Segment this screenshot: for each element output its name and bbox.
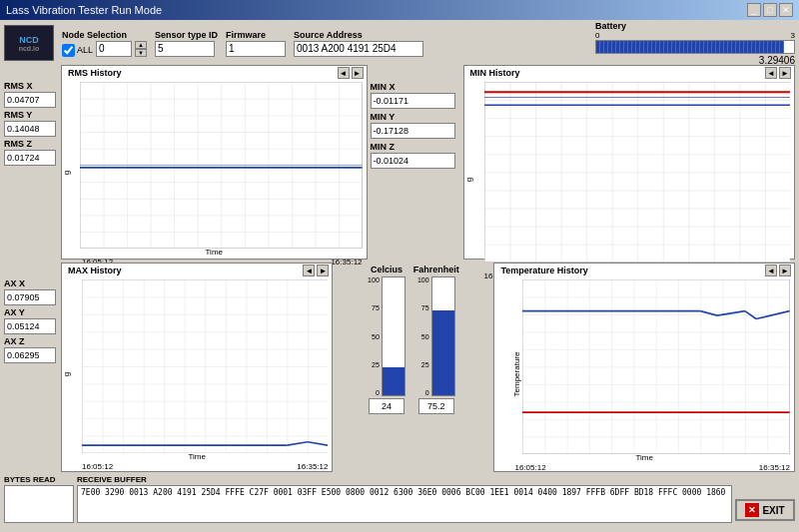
max-sidebar: AX X 0.07905 AX Y 0.05124 AX Z 0.06295 <box>4 263 59 472</box>
min-chart-area: 0 -2 -4 -8 -14 -18 g 16:05:12 16:35:12 T… <box>464 80 794 280</box>
max-z-value: 0.06295 <box>4 347 56 363</box>
window-title: Lass Vibration Tester Run Mode <box>6 4 162 16</box>
bottom-bar: BYTES READ RECEIVE BUFFER 7E00 3290 0013… <box>4 475 795 523</box>
bytes-read-section: BYTES READ <box>4 475 74 523</box>
exit-button-wrapper: ✕ EXIT <box>735 475 795 523</box>
temp-scroll-left[interactable]: ◄ <box>765 265 777 276</box>
spinner-up[interactable]: ▲ <box>135 41 147 49</box>
min-chart-svg: 0 -2 -4 -8 -14 -18 <box>484 82 790 263</box>
max-y-value: 0.05124 <box>4 318 56 334</box>
source-address-label: Source Address <box>294 30 423 40</box>
all-label: ALL <box>77 45 93 55</box>
rms-area: RMS X 0.04707 RMS Y 0.14048 RMS Z 0.0172… <box>4 65 368 260</box>
fahrenheit-thermometer <box>431 276 455 396</box>
bytes-read-display <box>4 485 74 523</box>
rms-x-value: 0.04707 <box>4 92 56 108</box>
firmware-group: Firmware <box>226 30 286 57</box>
battery-scale-right: 3 <box>791 31 795 40</box>
max-time-end: 16:35:12 <box>297 462 328 471</box>
rms-chart-area: 16 5 0 -5 -16 g 16:05:12 16:35:12 Time <box>62 80 367 266</box>
min-scroll-right[interactable]: ► <box>779 67 791 79</box>
celcius-thermometer <box>382 276 405 396</box>
rms-z-group: RMS Z 0.01724 <box>4 139 59 166</box>
temp-x-axis-label: Time <box>635 453 652 462</box>
temp-chart-svg: 100 60 20 0 <box>522 279 790 454</box>
min-y-group: MIN Y -0.17128 <box>371 112 460 139</box>
max-chart-svg: 16 12.5 7.5 2.5 0 <box>82 279 328 453</box>
min-z-label: MIN Z <box>371 142 460 152</box>
node-spinner: ▲ ▼ <box>135 41 147 57</box>
max-title: MAX History <box>65 265 125 276</box>
temp-history-title: Temperature History <box>497 265 590 276</box>
max-z-label: AX Z <box>4 336 59 346</box>
max-x-label: AX X <box>4 278 59 288</box>
svg-rect-9 <box>484 82 790 263</box>
max-time-start: 16:05:12 <box>82 462 113 471</box>
celcius-group: Celcius 100 75 50 25 0 <box>368 265 405 414</box>
celcius-scale: 100 75 50 25 0 <box>368 276 380 396</box>
all-checkbox-group[interactable]: ALL <box>62 44 93 57</box>
battery-value: 3.29406 <box>595 55 795 66</box>
max-scroll-right[interactable]: ► <box>317 265 329 276</box>
max-x-value: 0.07905 <box>4 289 56 305</box>
min-y-label: MIN Y <box>371 112 460 122</box>
temp-time-start: 16:05:12 <box>514 463 545 472</box>
max-y-group: AX Y 0.05124 <box>4 307 59 334</box>
min-z-value: -0.01024 <box>371 153 455 169</box>
rms-y-label: RMS Y <box>4 110 59 120</box>
battery-scale-left: 0 <box>595 31 599 40</box>
rms-y-value: 0.14048 <box>4 121 56 137</box>
all-checkbox[interactable] <box>62 44 75 57</box>
rms-x-label: RMS X <box>4 81 59 91</box>
source-address-group: Source Address <box>294 30 423 57</box>
node-selection-group: Node Selection ALL ▲ ▼ <box>62 30 147 57</box>
exit-button[interactable]: ✕ EXIT <box>735 499 795 521</box>
rms-x-group: RMS X 0.04707 <box>4 81 59 108</box>
rms-scroll-right[interactable]: ► <box>352 67 364 79</box>
rms-chart-svg: 16 5 0 -5 -16 <box>80 82 363 249</box>
min-x-label: MIN X <box>371 82 460 92</box>
fahrenheit-fill <box>432 310 454 395</box>
battery-label: Battery <box>595 21 795 31</box>
node-sel-controls: ALL ▲ ▼ <box>62 41 147 57</box>
fahrenheit-scale: 100 75 50 25 0 <box>417 276 429 396</box>
temp-y-axis-label: Temperature <box>512 352 521 397</box>
firmware-input[interactable] <box>226 41 286 57</box>
spinner-down[interactable]: ▼ <box>135 49 147 57</box>
node-value-input[interactable] <box>96 41 132 57</box>
min-z-group: MIN Z -0.01024 <box>371 142 460 169</box>
fahrenheit-therm-container: 100 75 50 25 0 <box>417 276 455 396</box>
node-selection-label: Node Selection <box>62 30 147 40</box>
close-button[interactable]: ✕ <box>779 3 793 17</box>
top-bar: NCD ncd.io Node Selection ALL ▲ ▼ Sensor… <box>4 24 795 62</box>
svg-rect-30 <box>522 279 790 454</box>
battery-section: Battery 0 3 3.29406 <box>595 21 795 66</box>
max-scroll-left[interactable]: ◄ <box>303 265 315 276</box>
rms-title: RMS History <box>65 67 125 79</box>
temp-time-end: 16:35:12 <box>759 463 790 472</box>
rms-z-label: RMS Z <box>4 139 59 149</box>
logo: NCD ncd.io <box>4 25 54 61</box>
maximize-button[interactable]: □ <box>763 3 777 17</box>
celcius-fill <box>383 367 404 395</box>
source-address-input[interactable] <box>294 41 423 57</box>
celcius-therm-container: 100 75 50 25 0 <box>368 276 405 396</box>
rms-scroll-left[interactable]: ◄ <box>338 67 350 79</box>
max-area: AX X 0.07905 AX Y 0.05124 AX Z 0.06295 M… <box>4 263 333 472</box>
minimize-button[interactable]: _ <box>747 3 761 17</box>
sensor-type-input[interactable] <box>155 41 215 57</box>
max-chart-panel: MAX History ◄ ► <box>61 263 333 472</box>
rms-z-value: 0.01724 <box>4 150 56 166</box>
min-history-title: MIN History <box>467 67 523 79</box>
min-history-panel: MIN History ◄ ► 0 -2 <box>463 65 795 260</box>
rms-y-axis-label: g <box>62 171 71 175</box>
max-x-group: AX X 0.07905 <box>4 278 59 305</box>
rms-x-axis-label: Time <box>206 248 223 257</box>
temp-scroll-right[interactable]: ► <box>779 265 791 276</box>
min-scroll-left[interactable]: ◄ <box>765 67 777 79</box>
min-y-axis-label: g <box>463 178 472 182</box>
rms-time-end: 16:35:12 <box>331 258 362 266</box>
receive-section: RECEIVE BUFFER 7E00 3290 0013 A200 4191 … <box>77 475 732 523</box>
temperature-section: Celcius 100 75 50 25 0 <box>336 263 490 472</box>
exit-label: EXIT <box>762 505 784 516</box>
